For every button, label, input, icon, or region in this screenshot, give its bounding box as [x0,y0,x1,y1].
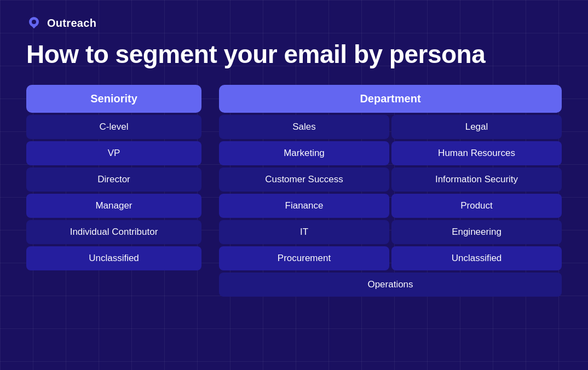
department-header: Department [219,85,562,113]
list-item: Unclassified [26,246,201,270]
list-item: Director [26,167,201,192]
page-wrapper: Outreach How to segment your email by pe… [0,0,588,312]
list-item: Manager [26,194,201,218]
table-row: Marketing Human Resources [219,141,562,165]
list-item: Individual Contributor [26,220,201,244]
table-row: Sales Legal [219,115,562,139]
list-item: C-level [26,115,201,139]
list-item: Information Security [391,167,562,192]
list-item: Human Resources [391,141,562,165]
svg-point-1 [32,20,36,24]
list-item: Procurement [219,246,389,270]
department-table: Department Sales Legal Marketing Human R… [219,85,562,297]
list-item: Customer Success [219,167,389,192]
table-row: Fianance Product [219,194,562,218]
list-item: Engineering [391,220,562,244]
table-row: Operations [219,273,562,297]
table-row: Procurement Unclassified [219,246,562,270]
seniority-rows: C-level VP Director Manager Individual C… [26,115,201,270]
outreach-logo-icon [26,15,42,31]
seniority-table: Seniority C-level VP Director Manager In… [26,85,201,270]
list-item: Product [391,194,562,218]
logo-row: Outreach [26,15,562,31]
list-item: Sales [219,115,389,139]
department-rows: Sales Legal Marketing Human Resources Cu… [219,115,562,297]
list-item: IT [219,220,389,244]
table-row: Customer Success Information Security [219,167,562,192]
tables-container: Seniority C-level VP Director Manager In… [26,85,562,297]
page-title: How to segment your email by persona [26,41,562,68]
logo-text: Outreach [47,17,96,30]
table-row: IT Engineering [219,220,562,244]
list-item: Unclassified [391,246,562,270]
seniority-header: Seniority [26,85,201,113]
list-item: Operations [219,273,562,297]
list-item: VP [26,141,201,165]
list-item: Legal [391,115,562,139]
list-item: Marketing [219,141,389,165]
list-item: Fianance [219,194,389,218]
